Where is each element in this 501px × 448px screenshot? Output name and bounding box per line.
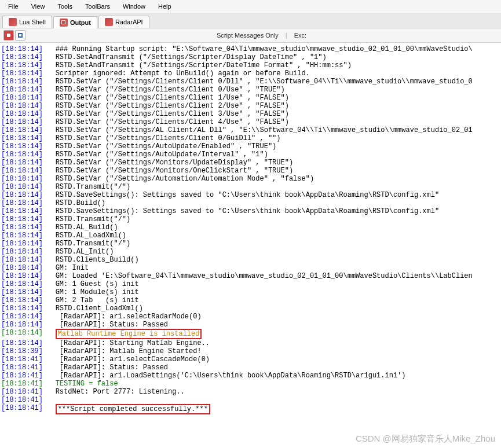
log-line: [18:18:14] GM: Loaded 'E:\Software_04\Ti… [1,272,500,280]
log-line: [18:18:41] TESTING = false [1,380,500,388]
menu-file[interactable]: File [2,1,24,12]
log-timestamp: [18:18:14] [1,61,43,69]
log-line: [18:18:14] RSTD.Clients_Build() [1,256,500,264]
tab-label: Output [70,19,91,26]
log-line: [18:18:14] RSTD.Transmit("/") [1,215,500,223]
log-line: [18:18:14] RSTD.SetVar ("/Settings/AutoU… [1,142,500,150]
log-timestamp: [18:18:41] [1,363,43,372]
log-line: [18:18:14] RSTD.SetVar ("/Settings/AutoU… [1,150,500,159]
log-message: ### Running Startup script: "E:\Software… [56,45,473,53]
log-line: [18:18:14] RSTD.SetVar ("/Settings/Clien… [1,102,500,110]
log-message: [RadarAPI]: ar1.LoadSettings('C:\Users\t… [56,372,406,380]
tab-radarapi[interactable]: RadarAPI [98,16,149,28]
log-timestamp: [18:18:14] [1,232,43,240]
radar-icon [105,18,113,26]
log-timestamp: [18:18:14] [1,313,43,321]
log-line: [18:18:14] Matlab Runtime Engine is inst… [1,329,500,339]
log-timestamp: [18:18:14] [1,183,43,191]
log-timestamp: [18:18:14] [1,126,43,134]
tab-lua-shell[interactable]: Lua Shell [2,16,52,28]
log-message: RSTD.SetVar ("/Settings/Monitors/UpdateD… [56,159,293,167]
tab-bar: Lua Shell Output RadarAPI [0,13,501,28]
log-line: [18:18:14] RSTD.SaveSettings(): Settings… [1,191,500,199]
log-timestamp: [18:18:41] [1,372,43,380]
log-timestamp: [18:18:14] [1,86,43,94]
clear-button[interactable] [15,30,25,41]
log-line: [18:18:14] RSTD.SetAndTransmit ("/Settin… [1,53,500,61]
log-message: [RadarAPI]: Status: Passed [56,363,168,372]
menu-tools[interactable]: Tools [52,1,78,12]
log-timestamp: [18:18:14] [1,272,43,280]
log-message: [RadarAPI]: Status: Passed [56,321,168,329]
log-message: RSTD.SetVar ("/Settings/Clients/Client 4… [56,118,289,126]
log-line: [18:18:14] RSTD.SetVar ("/Settings/Clien… [1,134,500,142]
log-message: RSTD.Transmit("/") [56,240,131,248]
log-line: [18:18:14] RSTD.Build() [1,199,500,207]
log-timestamp: [18:18:41] [1,355,43,363]
log-line: [18:18:14] [RadarAPI]: Status: Passed [1,321,500,329]
menu-window[interactable]: Window [117,1,151,12]
menu-help[interactable]: Help [152,1,177,12]
log-message: [RadarAPI]: Starting Matlab Engine.. [56,339,210,347]
log-line: [18:18:41] RstdNet: Port 2777: Listening… [1,388,500,396]
log-timestamp: [18:18:14] [1,53,43,61]
log-line: [18:18:14] RSTD.SetVar ("/Settings/Autom… [1,175,500,183]
log-line: [18:18:14] RSTD.AL_Build() [1,223,500,232]
log-timestamp: [18:18:14] [1,45,43,53]
separator: | [286,32,287,39]
log-timestamp: [18:18:14] [1,167,43,175]
log-line: [18:18:14] RSTD.SetVar ("/Settings/Clien… [1,118,500,126]
console-output[interactable]: [18:18:14] ### Running Startup script: "… [0,43,501,448]
log-line: [18:18:14] GM: 1 Module(s) init [1,288,500,296]
log-message: RSTD.AL_LoadXml() [56,232,126,240]
log-timestamp: [18:18:14] [1,199,43,207]
log-timestamp: [18:18:14] [1,69,43,78]
log-timestamp: [18:18:14] [1,248,43,256]
log-line: [18:18:14] [RadarAPI]: Starting Matlab E… [1,339,500,347]
log-message: RSTD.AL_Build() [56,223,118,232]
log-line: [18:18:14] GM: Init [1,264,500,272]
log-line: [18:18:14] RSTD.AL_LoadXml() [1,232,500,240]
log-timestamp: [18:18:41] [1,396,43,404]
log-timestamp: [18:18:14] [1,150,43,159]
log-message: [RadarAPI]: ar1.selectCascadeMode(0) [56,355,210,363]
log-timestamp: [18:18:14] [1,329,43,339]
log-line: [18:18:14] [RadarAPI]: ar1.selectRadarMo… [1,313,500,321]
log-message: RSTD.SetVar ("/Settings/Automation/Autom… [56,175,314,183]
log-message: [RadarAPI]: Matlab Engine Started! [56,347,202,355]
menu-toolbars[interactable]: ToolBars [79,1,116,12]
log-timestamp: [18:18:14] [1,191,43,199]
log-line: [18:18:41] [RadarAPI]: Status: Passed [1,363,500,372]
log-timestamp: [18:18:14] [1,118,43,126]
log-line: [18:18:14] RSTD.Client_LoadXml() [1,304,500,313]
log-timestamp: [18:18:14] [1,215,43,223]
log-line: [18:18:14] RSTD.SetVar ("/Settings/Clien… [1,94,500,102]
log-timestamp: [18:18:14] [1,159,43,167]
output-icon [60,19,68,27]
log-timestamp: [18:18:14] [1,240,43,248]
log-message: RSTD.Transmit("/") [56,215,131,223]
log-line: [18:18:14] RSTD.SetVar ("/Settings/Clien… [1,110,500,118]
log-line: [18:18:14] RSTD.SetVar ("/Settings/AL Cl… [1,126,500,134]
log-message: ***Script completed successfully.*** [58,405,208,413]
log-message: RSTD.Build() [56,199,105,207]
log-message: GM: Init [56,264,89,272]
log-line: [18:18:39] [RadarAPI]: Matlab Engine Sta… [1,347,500,355]
exc-label: Exc: [294,32,306,39]
log-line: [18:18:14] Scripter ignored: Attempt to … [1,69,500,78]
tab-label: Lua Shell [19,19,46,25]
menu-view[interactable]: View [25,1,51,12]
log-message: RSTD.SetAndTransmit ("/Settings/Scripter… [56,53,327,61]
log-message: [RadarAPI]: ar1.selectRadarMode(0) [56,313,202,321]
log-message: RSTD.Client_LoadXml() [56,304,143,313]
log-line: [18:18:14] RSTD.SetVar ("/Settings/Clien… [1,78,500,86]
stop-button[interactable] [3,30,14,41]
log-timestamp: [18:18:14] [1,256,43,264]
filter-label[interactable]: Script Messages Only [217,32,279,39]
log-line: [18:18:14] RSTD.SetVar ("/Settings/Clien… [1,86,500,94]
tab-output[interactable]: Output [53,16,97,28]
log-timestamp: [18:18:14] [1,175,43,183]
log-message: RSTD.SetAndTransmit ("/Settings/Scripter… [56,61,352,69]
log-message: RSTD.SetVar ("/Settings/AL Client/AL Dll… [56,126,473,134]
log-line: [18:18:14] RSTD.Transmit("/") [1,183,500,191]
